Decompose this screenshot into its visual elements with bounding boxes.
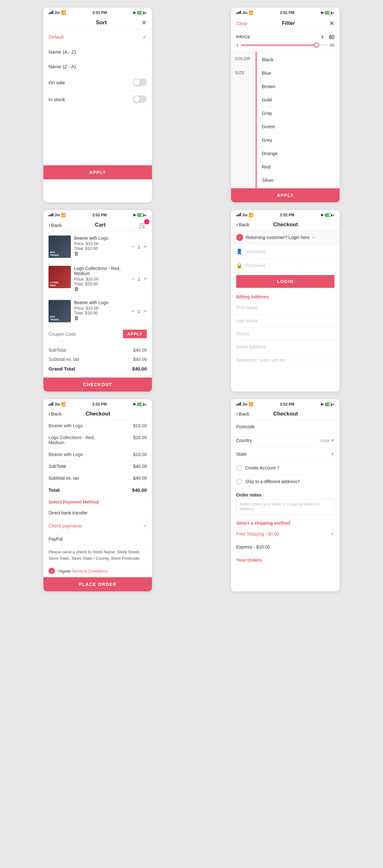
first-name-field[interactable]: First Name (231, 301, 340, 314)
qty-decrease-2[interactable]: − (131, 308, 135, 315)
terms-link[interactable]: Terms & Conditions (72, 569, 108, 574)
payment-option-check[interactable]: Check payments ✓ (43, 520, 152, 533)
filter-option-grey[interactable]: Grey (257, 133, 340, 147)
checkout-form-nav: ‹ Back Checkout (231, 408, 340, 420)
create-account-radio[interactable] (236, 465, 242, 471)
filter-screen: Jio 📶 3:51 PM ▶ + Clear Filter ✕ PRICE (231, 8, 340, 202)
filter-option-gray[interactable]: Gray (257, 106, 340, 120)
on-sale-toggle[interactable] (133, 79, 147, 86)
signal-icon-checkout-order (49, 402, 53, 406)
apartment-field[interactable]: Apartment, suite, unit etc (231, 353, 340, 367)
agree-row[interactable]: ✓ I Agree Terms & Conditions (43, 564, 152, 577)
filter-apply-button[interactable]: APPLY (231, 188, 340, 202)
postcode-field[interactable]: Postcode (231, 420, 340, 434)
state-field[interactable]: State ▼ (231, 447, 340, 461)
returning-customer-text: Returning customer? Login here → (246, 235, 315, 240)
filter-body: COLOR SIZE Black Blue Brown Gold Gray Gr… (231, 52, 340, 188)
cart-subtotal-ex-value: $40.00 (133, 357, 147, 362)
cart-totals: SubTotal $40.00 Subtotal ex. tax $40.00 … (43, 342, 152, 377)
cart-item-info-2: Beanie with Logo Price: $10.00 Total: $1… (74, 300, 128, 322)
time-sort: 3:51 PM (93, 10, 107, 15)
cart-grand-label: Grand Total (49, 366, 75, 371)
range-track[interactable] (241, 45, 327, 45)
checkout-top-back-button[interactable]: ‹ Back (236, 221, 249, 228)
sort-item-on-sale[interactable]: On sale (43, 74, 152, 91)
qty-increase-1[interactable]: + (143, 276, 147, 282)
status-icons-checkout-form: ▶ + (321, 402, 334, 406)
checkout-order-nav: ‹ Back Checkout (43, 408, 152, 420)
username-field[interactable]: 👤 Username (231, 244, 340, 258)
sort-item-default[interactable]: Default ✓ (43, 29, 152, 45)
status-icons-cart: ▶ + (134, 213, 147, 217)
coupon-apply-button[interactable]: APPLY (123, 330, 147, 338)
country-label: Country (236, 438, 252, 443)
cart-item-delete-1[interactable]: 🗑 (74, 286, 79, 292)
filter-option-green[interactable]: Green (257, 120, 340, 133)
order-notes-input[interactable]: Notes about your order.e.g special notes… (236, 499, 334, 515)
filter-option-blue[interactable]: Blue (257, 66, 340, 80)
sort-nav: Sort ✕ (43, 16, 152, 29)
ship-different-radio[interactable] (236, 479, 242, 485)
login-button[interactable]: LOGIN (236, 275, 334, 288)
filter-header: Clear Filter ✕ (231, 16, 340, 31)
cart-item-delete-2[interactable]: 🗑 (74, 315, 79, 321)
filter-option-brown[interactable]: Brown (257, 80, 340, 93)
filter-sidebar-color[interactable]: COLOR (231, 52, 256, 66)
qty-decrease-0[interactable]: − (131, 244, 135, 250)
coupon-input[interactable] (49, 332, 120, 337)
cart-item-total-0: Total: $10.00 (74, 246, 128, 251)
shipping-option-free[interactable]: Free Shipping - $0.00 ✓ (231, 527, 340, 540)
signal-icon-filter (236, 10, 241, 14)
filter-option-orange[interactable]: Orange (257, 147, 340, 160)
filter-option-silver[interactable]: Silver (257, 174, 340, 187)
sort-apply-button[interactable]: APPLY (43, 165, 152, 179)
price-range[interactable]: 1 80 (236, 43, 334, 48)
create-account-label: Create Account ? (245, 465, 279, 470)
time-cart: 3:52 PM (92, 213, 107, 217)
username-placeholder: Username (245, 249, 266, 254)
cart-icon[interactable]: 🛒 3 (139, 221, 147, 229)
checkout-button[interactable]: CHECKOUT (43, 377, 152, 392)
qty-decrease-1[interactable]: − (131, 276, 135, 282)
shipping-method-title: Select a shipping method (231, 517, 340, 527)
filter-clear-button[interactable]: Clear (236, 21, 248, 26)
cart-item-image-0: NEWTRENDS (49, 236, 71, 258)
payment-option-bank[interactable]: Direct bank transfer (43, 506, 152, 520)
filter-option-black[interactable]: Black (257, 53, 340, 66)
order-item-row-0: Beanie with Logo $10.00 (43, 420, 152, 432)
checkout-form-back-button[interactable]: ‹ Back (236, 410, 249, 417)
street-address-field[interactable]: Street Address (231, 341, 340, 353)
cart-nav: ‹ Back Cart 🛒 3 (43, 219, 152, 232)
create-account-row[interactable]: Create Account ? (231, 461, 340, 475)
time-checkout-form: 3:52 PM (280, 402, 294, 407)
last-name-field[interactable]: Last Name (231, 314, 340, 328)
filter-sidebar-size[interactable]: SIZE (231, 66, 256, 80)
charging-icon: + (145, 11, 147, 15)
phone-field[interactable]: Phone (231, 328, 340, 341)
cart-item-price-1: Price: $20.00 (74, 277, 128, 281)
place-order-button[interactable]: PLACE ORDER (43, 577, 152, 591)
state-label: State (236, 452, 247, 457)
checkout-order-back-button[interactable]: ‹ Back (49, 410, 62, 417)
filter-option-red[interactable]: Red (257, 160, 340, 174)
sort-item-name-az[interactable]: Name (A - Z) (43, 45, 152, 59)
in-stock-toggle[interactable] (133, 95, 147, 103)
country-field[interactable]: Country India ▼ (231, 434, 340, 447)
payment-option-paypal[interactable]: PayPal (43, 533, 152, 546)
filter-close-button[interactable]: ✕ (329, 20, 334, 27)
password-field[interactable]: 🔒 Password (231, 258, 340, 273)
filter-option-gold[interactable]: Gold (257, 93, 340, 106)
ship-different-row[interactable]: Ship to a different address? (231, 475, 340, 489)
sort-item-in-stock[interactable]: In stock (43, 91, 152, 108)
qty-increase-2[interactable]: + (143, 308, 147, 315)
cart-item-delete-0[interactable]: 🗑 (74, 251, 79, 256)
shipping-option-express[interactable]: Express - $10.00 (231, 540, 340, 554)
battery-icon-filter (325, 11, 331, 14)
order-item-price-0: $10.00 (133, 423, 147, 428)
sort-close-button[interactable]: ✕ (141, 19, 147, 27)
cart-item-0: NEWTRENDS Beanie with Logo Price: $10.00… (43, 232, 152, 262)
cart-back-button[interactable]: ‹ Back (49, 222, 62, 228)
qty-increase-0[interactable]: + (143, 244, 147, 250)
sort-item-name-za[interactable]: Name (Z - A) (43, 59, 152, 74)
street-placeholder: Street Address (236, 344, 266, 349)
